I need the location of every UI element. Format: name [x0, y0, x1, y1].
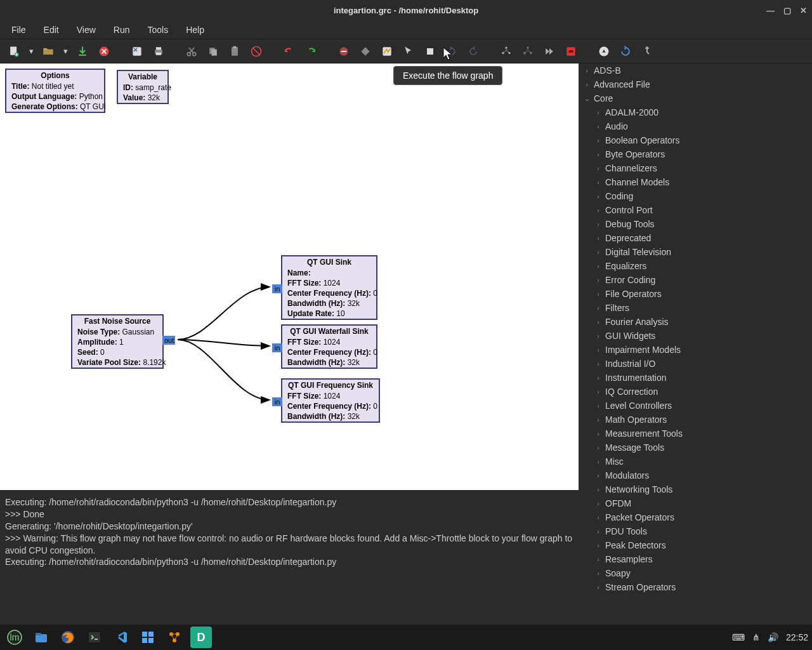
screenshot-button[interactable]	[128, 43, 146, 60]
rotate-right-icon[interactable]	[464, 43, 482, 60]
port-in[interactable]: in	[272, 343, 282, 352]
app-d-icon[interactable]: D	[190, 627, 212, 648]
firefox-icon[interactable]	[57, 627, 79, 648]
block-variable[interactable]: Variable ID: samp_rate Value: 32k	[117, 70, 169, 104]
stop-button[interactable]	[421, 43, 439, 60]
tray-volume-icon[interactable]: 🔊	[768, 632, 778, 642]
tree-item-coding[interactable]: ›Coding	[579, 189, 812, 203]
tree-item-gui-widgets[interactable]: ›GUI Widgets	[579, 329, 812, 343]
kill-button[interactable]	[562, 43, 580, 60]
print-button[interactable]	[150, 43, 167, 60]
tree-item-stream-operators[interactable]: ›Stream Operators	[579, 580, 812, 594]
paste-button[interactable]	[226, 43, 244, 60]
window-close-button[interactable]: ✕	[800, 6, 807, 15]
tree-item-peak-detectors[interactable]: ›Peak Detectors	[579, 538, 812, 552]
port-in[interactable]: in	[272, 284, 282, 293]
tree-item-pdu-tools[interactable]: ›PDU Tools	[579, 524, 812, 538]
menu-edit[interactable]: Edit	[36, 22, 67, 37]
tree-item-audio[interactable]: ›Audio	[579, 119, 812, 133]
tree-item-impairment-models[interactable]: ›Impairment Models	[579, 343, 812, 357]
menu-view[interactable]: View	[69, 22, 103, 37]
tree-item-iq-correction[interactable]: ›IQ Correction	[579, 385, 812, 399]
block-qt-gui-sink[interactable]: QT GUI Sink Name: FFT Size: 1024 Center …	[281, 255, 377, 320]
tree-item-measurement-tools[interactable]: ›Measurement Tools	[579, 427, 812, 441]
tree-item-resamplers[interactable]: ›Resamplers	[579, 552, 812, 566]
svg-rect-12	[233, 46, 237, 48]
disable-block-icon[interactable]	[335, 43, 353, 60]
select-tool-icon[interactable]	[400, 43, 417, 60]
redo-button[interactable]	[302, 43, 320, 60]
open-button[interactable]	[39, 43, 57, 60]
new-button[interactable]	[5, 43, 23, 60]
open-dropdown-icon[interactable]: ▾	[61, 43, 70, 60]
tree-item-ofdm[interactable]: ›OFDM	[579, 496, 812, 510]
new-dropdown-icon[interactable]: ▾	[27, 43, 36, 60]
tree-item-fourier-analysis[interactable]: ›Fourier Analysis	[579, 315, 812, 329]
tree-item-soapy[interactable]: ›Soapy	[579, 566, 812, 580]
port-in[interactable]: in	[272, 397, 282, 406]
bypass-block-icon[interactable]	[378, 43, 396, 60]
block-tree-panel[interactable]: ›ADS-B›Advanced File⌄Core›ADALM-2000›Aud…	[579, 63, 812, 625]
tray-network-icon[interactable]: ⋔	[752, 632, 760, 642]
block-qt-gui-waterfall-sink[interactable]: QT GUI Waterfall Sink FFT Size: 1024 Cen…	[281, 324, 377, 369]
app-grid-icon[interactable]	[137, 627, 159, 648]
tree-item-byte-operators[interactable]: ›Byte Operators	[579, 147, 812, 161]
tree-item-boolean-operators[interactable]: ›Boolean Operators	[579, 133, 812, 147]
files-icon[interactable]	[30, 627, 52, 648]
port-out[interactable]: out	[162, 336, 175, 345]
flowgraph-canvas[interactable]: Options Title: Not titled yet Output Lan…	[0, 63, 579, 490]
tree-item-file-operators[interactable]: ›File Operators	[579, 287, 812, 301]
tray-clock[interactable]: 22:52	[786, 632, 808, 642]
tree-item-level-controllers[interactable]: ›Level Controllers	[579, 399, 812, 413]
hide-block-icon[interactable]	[357, 43, 374, 60]
tree-item-debug-tools[interactable]: ›Debug Tools	[579, 217, 812, 231]
reload-button[interactable]	[617, 43, 634, 60]
tree-item-adalm-2000[interactable]: ›ADALM-2000	[579, 105, 812, 119]
terminal-icon[interactable]	[84, 627, 105, 648]
tree-item-packet-operators[interactable]: ›Packet Operators	[579, 510, 812, 524]
block-fast-noise-source[interactable]: Fast Noise Source Noise Type: Gaussian A…	[71, 314, 164, 369]
tree-item-networking-tools[interactable]: ›Networking Tools	[579, 482, 812, 496]
tree-item-deprecated[interactable]: ›Deprecated	[579, 231, 812, 245]
hier-down-icon[interactable]	[497, 43, 515, 60]
menu-help[interactable]: Help	[178, 22, 212, 37]
vscode-icon[interactable]	[110, 627, 132, 648]
tree-item-core[interactable]: ⌄Core	[579, 91, 812, 105]
block-options[interactable]: Options Title: Not titled yet Output Lan…	[5, 69, 105, 113]
tree-item-modulators[interactable]: ›Modulators	[579, 468, 812, 482]
tree-item-digital-television[interactable]: ›Digital Television	[579, 245, 812, 259]
tree-item-channelizers[interactable]: ›Channelizers	[579, 161, 812, 175]
menu-run[interactable]: Run	[106, 22, 138, 37]
start-menu-icon[interactable]: lm	[4, 627, 25, 648]
block-qt-gui-frequency-sink[interactable]: QT GUI Frequency Sink FFT Size: 1024 Cen…	[281, 378, 380, 423]
tree-item-instrumentation[interactable]: ›Instrumentation	[579, 371, 812, 385]
tree-item-message-tools[interactable]: ›Message Tools	[579, 441, 812, 454]
window-maximize-button[interactable]: ▢	[783, 6, 791, 15]
tray-keyboard-icon[interactable]: ⌨	[732, 632, 745, 642]
tree-item-advanced-file[interactable]: ›Advanced File	[579, 77, 812, 91]
tree-item-control-port[interactable]: ›Control Port	[579, 203, 812, 217]
menu-file[interactable]: File	[4, 22, 34, 37]
gnuradio-icon[interactable]	[164, 627, 185, 648]
search-button[interactable]	[595, 43, 613, 60]
tree-item-misc[interactable]: ›Misc	[579, 454, 812, 468]
fast-forward-icon[interactable]	[540, 43, 558, 60]
tree-item-industrial-i-o[interactable]: ›Industrial I/O	[579, 357, 812, 371]
close-button[interactable]	[95, 43, 113, 60]
undo-button[interactable]	[280, 43, 298, 60]
copy-button[interactable]	[204, 43, 222, 60]
tree-item-error-coding[interactable]: ›Error Coding	[579, 273, 812, 287]
tree-item-ads-b[interactable]: ›ADS-B	[579, 63, 812, 77]
menu-tools[interactable]: Tools	[140, 22, 176, 37]
cut-button[interactable]	[183, 43, 200, 60]
save-button[interactable]	[74, 43, 91, 60]
tree-label: Digital Television	[605, 247, 671, 257]
window-minimize-button[interactable]: —	[766, 6, 775, 15]
tree-item-channel-models[interactable]: ›Channel Models	[579, 175, 812, 189]
tree-item-filters[interactable]: ›Filters	[579, 301, 812, 315]
tree-item-equalizers[interactable]: ›Equalizers	[579, 259, 812, 273]
tree-item-math-operators[interactable]: ›Math Operators	[579, 413, 812, 427]
delete-button[interactable]	[247, 43, 265, 60]
oot-button[interactable]	[638, 43, 656, 60]
hier-up-icon[interactable]	[519, 43, 537, 60]
